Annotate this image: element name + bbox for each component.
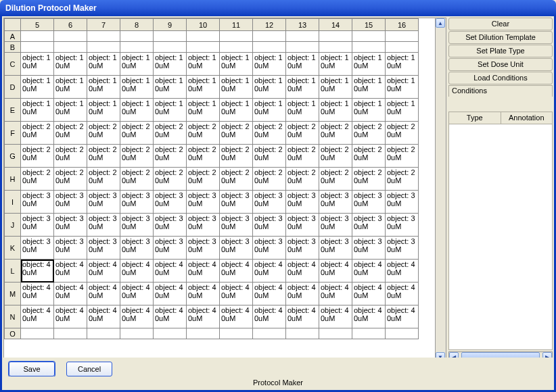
grid-cell[interactable]: object: 4 0uM <box>386 305 419 328</box>
grid-cell[interactable]: object: 4 0uM <box>386 260 419 283</box>
grid-cell[interactable]: object: 4 0uM <box>21 305 54 328</box>
row-header[interactable]: E <box>5 99 21 122</box>
row-header[interactable]: O <box>5 328 21 339</box>
scroll-up-button[interactable]: ▲ <box>436 18 445 28</box>
grid-cell[interactable]: object: 1 0uM <box>187 76 220 99</box>
grid-cell[interactable]: object: 3 0uM <box>286 191 319 214</box>
grid-cell[interactable]: object: 3 0uM <box>87 191 120 214</box>
grid-cell[interactable]: object: 3 0uM <box>54 191 87 214</box>
grid-cell[interactable]: object: 2 0uM <box>54 145 87 168</box>
grid-cell[interactable]: object: 3 0uM <box>386 214 419 237</box>
grid-cell[interactable]: object: 3 0uM <box>386 191 419 214</box>
grid-cell[interactable]: object: 2 0uM <box>120 145 154 168</box>
conditions-col-type[interactable]: Type <box>449 112 501 124</box>
grid-cell[interactable]: object: 4 0uM <box>319 305 352 328</box>
grid-cell[interactable]: object: 3 0uM <box>154 214 187 237</box>
grid-cell[interactable]: object: 3 0uM <box>253 214 286 237</box>
grid-cell[interactable]: object: 4 0uM <box>253 283 286 305</box>
grid-cell[interactable]: object: 4 0uM <box>286 305 319 328</box>
grid-cell[interactable]: object: 4 0uM <box>187 305 220 328</box>
grid-cell[interactable]: object: 2 0uM <box>253 145 286 168</box>
col-header[interactable]: 11 <box>220 19 253 31</box>
grid-cell[interactable]: object: 4 0uM <box>54 260 87 283</box>
grid-cell[interactable] <box>286 31 319 42</box>
row-header[interactable]: I <box>5 191 21 214</box>
grid-cell[interactable]: object: 1 0uM <box>87 99 120 122</box>
row-header[interactable]: J <box>5 214 21 237</box>
save-button[interactable]: Save <box>9 362 55 376</box>
row-header[interactable]: L <box>5 260 21 283</box>
grid-cell[interactable] <box>87 42 120 53</box>
grid-cell[interactable]: object: 1 0uM <box>352 76 386 99</box>
grid-cell[interactable]: object: 4 0uM <box>220 283 253 305</box>
grid-cell[interactable]: object: 4 0uM <box>220 260 253 283</box>
grid-cell[interactable]: object: 4 0uM <box>352 260 386 283</box>
col-header[interactable]: 13 <box>286 19 319 31</box>
grid-cell[interactable]: object: 3 0uM <box>21 237 54 260</box>
vertical-scrollbar[interactable]: ▲ ▼ <box>436 18 446 362</box>
row-header[interactable]: D <box>5 76 21 99</box>
grid-cell[interactable] <box>187 42 220 53</box>
grid-cell[interactable]: object: 2 0uM <box>319 122 352 145</box>
set-dilution-template-button[interactable]: Set Dilution Template <box>448 31 553 44</box>
grid-cell[interactable]: object: 3 0uM <box>352 214 386 237</box>
grid-cell[interactable]: object: 3 0uM <box>319 191 352 214</box>
grid-cell[interactable]: object: 1 0uM <box>87 53 120 76</box>
grid-cell[interactable]: object: 4 0uM <box>87 305 120 328</box>
grid-cell[interactable] <box>352 328 386 339</box>
row-header[interactable]: A <box>5 31 21 42</box>
grid-cell[interactable]: object: 2 0uM <box>54 168 87 191</box>
grid-cell[interactable]: object: 1 0uM <box>286 53 319 76</box>
grid-cell[interactable] <box>21 31 54 42</box>
grid-cell[interactable]: object: 4 0uM <box>253 260 286 283</box>
grid-cell[interactable]: object: 3 0uM <box>154 237 187 260</box>
grid-cell[interactable]: object: 3 0uM <box>87 237 120 260</box>
grid-cell[interactable]: object: 4 0uM <box>187 283 220 305</box>
grid-cell[interactable]: object: 2 0uM <box>386 168 419 191</box>
row-header[interactable]: N <box>5 305 21 328</box>
grid-cell[interactable]: object: 3 0uM <box>187 191 220 214</box>
grid-cell[interactable]: object: 4 0uM <box>54 283 87 305</box>
grid-cell[interactable]: object: 1 0uM <box>120 53 154 76</box>
grid-cell[interactable]: object: 1 0uM <box>54 53 87 76</box>
grid-cell[interactable]: object: 1 0uM <box>54 76 87 99</box>
col-header[interactable]: 15 <box>352 19 386 31</box>
col-header[interactable]: 5 <box>21 19 54 31</box>
grid-cell[interactable]: object: 3 0uM <box>319 237 352 260</box>
grid-cell[interactable]: object: 4 0uM <box>154 260 187 283</box>
grid-cell[interactable]: object: 3 0uM <box>21 214 54 237</box>
grid-cell[interactable]: object: 2 0uM <box>220 168 253 191</box>
grid-cell[interactable]: object: 3 0uM <box>120 237 154 260</box>
grid-cell[interactable] <box>220 328 253 339</box>
grid-cell[interactable] <box>120 42 154 53</box>
grid-cell[interactable] <box>220 42 253 53</box>
grid-cell[interactable]: object: 1 0uM <box>120 99 154 122</box>
grid-cell[interactable]: object: 3 0uM <box>187 237 220 260</box>
grid-cell[interactable]: object: 2 0uM <box>187 145 220 168</box>
grid-cell[interactable] <box>220 31 253 42</box>
grid-cell[interactable]: object: 3 0uM <box>187 214 220 237</box>
grid-cell[interactable]: object: 1 0uM <box>253 53 286 76</box>
grid-cell[interactable]: object: 3 0uM <box>54 237 87 260</box>
col-header[interactable]: 12 <box>253 19 286 31</box>
grid-cell[interactable]: object: 3 0uM <box>220 237 253 260</box>
grid-cell[interactable]: object: 2 0uM <box>120 168 154 191</box>
grid-cell[interactable]: object: 1 0uM <box>220 53 253 76</box>
grid-cell[interactable]: object: 1 0uM <box>386 76 419 99</box>
grid-cell[interactable]: object: 2 0uM <box>120 122 154 145</box>
grid-cell[interactable]: object: 1 0uM <box>253 99 286 122</box>
grid-cell[interactable]: object: 3 0uM <box>120 214 154 237</box>
grid-cell[interactable]: object: 4 0uM <box>120 283 154 305</box>
grid-cell[interactable]: object: 4 0uM <box>54 305 87 328</box>
col-header[interactable]: 10 <box>187 19 220 31</box>
conditions-col-annotation[interactable]: Annotation <box>501 112 553 124</box>
grid-cell[interactable]: object: 2 0uM <box>154 168 187 191</box>
grid-cell[interactable]: object: 1 0uM <box>286 76 319 99</box>
grid-cell[interactable]: object: 1 0uM <box>352 53 386 76</box>
grid-cell[interactable]: object: 2 0uM <box>21 122 54 145</box>
grid-cell[interactable]: object: 4 0uM <box>87 260 120 283</box>
row-header[interactable]: M <box>5 283 21 305</box>
grid-cell[interactable]: object: 1 0uM <box>352 99 386 122</box>
grid-cell[interactable] <box>253 31 286 42</box>
grid-cell[interactable]: object: 2 0uM <box>286 168 319 191</box>
